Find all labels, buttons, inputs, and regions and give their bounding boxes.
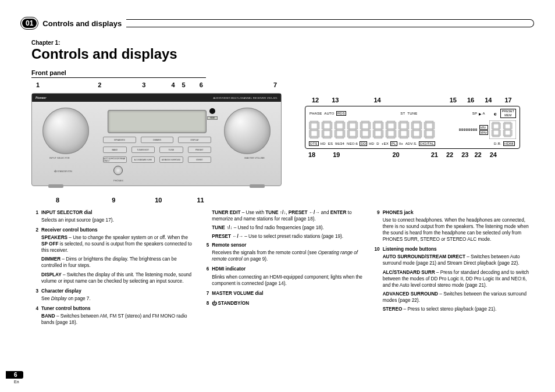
lcd-row-top: PHASE AUTO RDS ST TUNE SP ▶ A ◐ PRESETME… bbox=[309, 109, 516, 118]
callout-13: 13 bbox=[332, 97, 339, 104]
callout-16: 16 bbox=[467, 97, 474, 104]
receiver-buttons: SPEAKERS DIMMER DISPLAY BAND TUNER EDIT … bbox=[103, 137, 211, 166]
preset-button: PRESET bbox=[188, 147, 212, 153]
callout-11: 11 bbox=[197, 197, 204, 204]
n9624-indicator: 96/24 bbox=[335, 142, 345, 145]
segment-display bbox=[309, 120, 458, 139]
input-selector-label: INPUT SELECTOR bbox=[49, 156, 70, 159]
sub-dimmer: DIMMER – Dims or brightens the display. … bbox=[41, 256, 193, 269]
svg-rect-20 bbox=[343, 130, 345, 137]
signal-dots-icon bbox=[459, 129, 477, 131]
receiver-body: Pioneer AUDIO/VIDEO MULTI-CHANNEL RECEIV… bbox=[31, 93, 282, 186]
phones-jack bbox=[113, 166, 123, 175]
master-volume-dial bbox=[224, 108, 271, 154]
svg-rect-74 bbox=[492, 123, 493, 129]
svg-rect-34 bbox=[368, 130, 371, 137]
foot-left bbox=[48, 184, 63, 188]
svg-rect-69 bbox=[432, 130, 435, 137]
svg-rect-59 bbox=[411, 122, 414, 129]
callout-15: 15 bbox=[450, 97, 457, 104]
sub-tune: TUNE ↑/↓ – Used to find radio frequencie… bbox=[212, 224, 363, 231]
lcd-panel: PHASE AUTO RDS ST TUNE SP ▶ A ◐ PRESETME… bbox=[305, 106, 520, 149]
callout-4: 4 bbox=[171, 81, 175, 88]
svg-rect-52 bbox=[399, 122, 401, 129]
svg-rect-25 bbox=[355, 122, 358, 129]
svg-rect-76 bbox=[492, 130, 493, 136]
callout-7: 7 bbox=[273, 81, 277, 88]
item-2: 2Receiver control buttons SPEAKERS – Use… bbox=[31, 227, 193, 284]
seven-segment-icons bbox=[309, 120, 437, 139]
dts-indicator: DTS bbox=[309, 141, 319, 146]
svg-rect-62 bbox=[419, 130, 422, 137]
svg-rect-5 bbox=[309, 130, 311, 137]
display-callouts-top: 12 13 14 15 16 14 17 bbox=[305, 97, 520, 104]
svg-rect-17 bbox=[335, 122, 337, 129]
sub-tuner-edit: TUNER EDIT – Use with TUNE ↑/↓, PRESET ←… bbox=[212, 209, 363, 222]
svg-rect-27 bbox=[355, 130, 358, 137]
callout-9: 9 bbox=[112, 197, 115, 204]
hdmi-indicator-txt: HDMI bbox=[503, 141, 515, 146]
svg-rect-6 bbox=[317, 130, 319, 137]
callout-1: 1 bbox=[36, 81, 40, 88]
mhz-indicator: MHz bbox=[479, 130, 488, 135]
svg-rect-38 bbox=[373, 122, 375, 129]
callout-5: 5 bbox=[182, 81, 186, 88]
svg-rect-40 bbox=[373, 130, 375, 137]
callout-17: 17 bbox=[505, 97, 512, 104]
foot-right bbox=[250, 184, 265, 188]
svg-rect-13 bbox=[330, 130, 332, 137]
ex-indicator: +EX bbox=[381, 142, 389, 145]
svg-rect-55 bbox=[407, 130, 409, 137]
sub-display: DISPLAY – Switches the display of this u… bbox=[41, 272, 193, 284]
auto-indicator: AUTO bbox=[323, 112, 335, 115]
display-panel-diagram: 12 13 14 15 16 14 17 PHASE AUTO RDS ST T… bbox=[305, 97, 520, 204]
receiver-top-bar: Pioneer AUDIO/VIDEO MULTI-CHANNEL RECEIV… bbox=[32, 94, 281, 102]
model-label: AUDIO/VIDEO MULTI-CHANNEL RECEIVER VSX-3… bbox=[213, 97, 278, 99]
tune-button: TUNE bbox=[159, 147, 183, 153]
svg-rect-53 bbox=[407, 122, 409, 129]
hd-indicator: HD bbox=[320, 142, 326, 145]
rds-indicator: RDS bbox=[336, 111, 346, 116]
display-button: DISPLAY bbox=[178, 137, 211, 143]
st-indicator: ST bbox=[400, 112, 405, 115]
svg-rect-18 bbox=[343, 122, 345, 129]
freq-unit-box: kHz MHz bbox=[479, 125, 488, 135]
khz-indicator: kHz bbox=[479, 125, 488, 130]
svg-rect-75 bbox=[499, 123, 500, 129]
sub-stereo: STEREO – Press to select stereo playback… bbox=[383, 306, 534, 312]
sensor-area: HDMI bbox=[203, 108, 222, 134]
auto-surround-button: AUTO SURROUND/STREAM DIRECT bbox=[103, 156, 127, 163]
phase-indicator: PHASE bbox=[309, 112, 322, 115]
item-10: 10Listening mode buttons AUTO SURROUND/S… bbox=[373, 246, 534, 312]
es-indicator: ES bbox=[328, 142, 333, 145]
sleep-icon: ◐ bbox=[494, 112, 497, 116]
callout-3: 3 bbox=[142, 81, 145, 88]
svg-rect-60 bbox=[419, 122, 422, 129]
svg-rect-84 bbox=[510, 130, 512, 136]
tune-indicator: TUNE bbox=[407, 112, 418, 115]
hdmi-indicator: HDMI bbox=[207, 116, 218, 120]
svg-rect-41 bbox=[381, 130, 383, 137]
svg-rect-45 bbox=[386, 122, 388, 129]
header-rule bbox=[126, 19, 534, 27]
dimmer-button: DIMMER bbox=[141, 137, 174, 143]
callout-14: 14 bbox=[374, 97, 381, 104]
section-number-badge: 01 bbox=[21, 17, 38, 29]
character-display bbox=[108, 110, 207, 133]
callout-24: 24 bbox=[490, 151, 497, 158]
digital-indicator: DIGITAL bbox=[419, 141, 435, 146]
speakers-button: SPEAKERS bbox=[103, 137, 136, 143]
lcd-row-bottom: DTS HD ES 96/24 NEO:6 DD HD D +EX PL IIx… bbox=[309, 141, 516, 146]
callout-22b: 22 bbox=[475, 151, 482, 158]
page-number: 6 bbox=[6, 371, 23, 379]
brand-logo: Pioneer bbox=[35, 96, 46, 99]
remote-sensor-icon bbox=[209, 108, 215, 114]
callout-8: 8 bbox=[56, 197, 59, 204]
advs-indicator: ADV.S. bbox=[405, 142, 418, 145]
svg-rect-11 bbox=[330, 122, 332, 129]
tuner-edit-button: TUNER EDIT bbox=[131, 147, 155, 153]
preset-segment-icons bbox=[489, 120, 516, 139]
svg-rect-48 bbox=[394, 130, 396, 137]
input-selector-dial bbox=[42, 108, 89, 154]
svg-rect-10 bbox=[322, 122, 324, 129]
